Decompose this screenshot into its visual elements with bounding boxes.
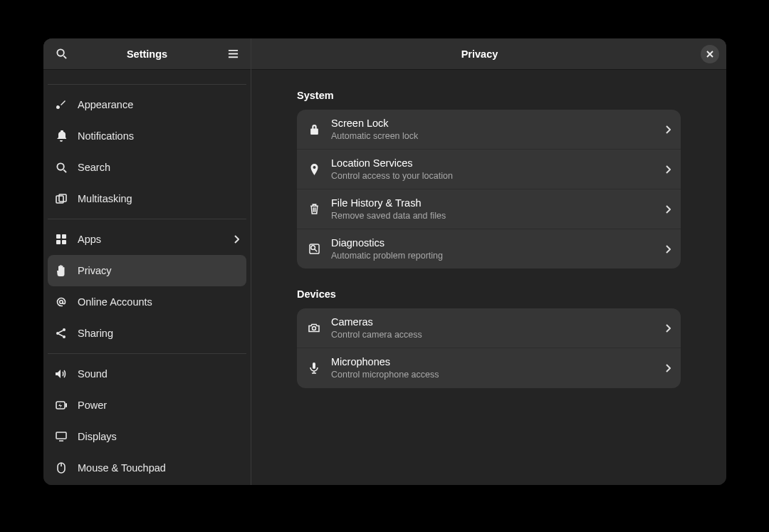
- trash-icon: [307, 202, 321, 217]
- apps-icon: [55, 233, 68, 246]
- svg-rect-12: [62, 240, 66, 244]
- sidebar-item-privacy[interactable]: Privacy: [48, 255, 246, 286]
- mouse-icon: [55, 461, 68, 474]
- row-title: File History & Trash: [331, 197, 655, 210]
- multitasking-icon: [55, 192, 68, 205]
- sidebar-item-label: Power: [78, 400, 239, 411]
- sidebar-item-sound[interactable]: Sound: [48, 358, 246, 390]
- sidebar-item-power[interactable]: Power: [48, 390, 246, 421]
- row-subtitle: Control access to your location: [331, 170, 655, 182]
- svg-line-6: [63, 169, 66, 172]
- sidebar-item-label: Online Accounts: [78, 296, 239, 308]
- row-text: File History & Trash Remove saved data a…: [331, 197, 655, 221]
- display-icon: [55, 430, 68, 443]
- row-title: Diagnostics: [331, 236, 655, 250]
- settings-window: Settings Bluetooth Appearance: [43, 38, 726, 485]
- sidebar-item-label: Sharing: [78, 328, 239, 339]
- chevron-right-icon: [665, 165, 671, 174]
- svg-point-0: [57, 49, 63, 56]
- sidebar-item-label: Privacy: [78, 265, 239, 276]
- close-icon: [706, 51, 713, 58]
- page-title: Privacy: [258, 48, 701, 60]
- system-list: Screen Lock Automatic screen lock Locati…: [297, 110, 681, 268]
- chevron-right-icon: [665, 125, 671, 134]
- sidebar-item-label: Search: [78, 162, 239, 173]
- row-title: Cameras: [331, 315, 655, 329]
- row-location-services[interactable]: Location Services Control access to your…: [297, 150, 681, 189]
- sidebar-separator: [48, 219, 246, 219]
- location-icon: [307, 162, 321, 177]
- sidebar-item-appearance[interactable]: Appearance: [48, 89, 246, 120]
- share-icon: [55, 327, 68, 340]
- row-file-history-trash[interactable]: File History & Trash Remove saved data a…: [297, 189, 681, 229]
- sidebar-item-bluetooth[interactable]: Bluetooth: [48, 70, 246, 80]
- sidebar-item-apps[interactable]: Apps: [48, 224, 246, 255]
- power-icon: [55, 399, 68, 412]
- row-subtitle: Automatic problem reporting: [331, 250, 655, 261]
- sidebar-item-label: Appearance: [78, 99, 239, 110]
- sidebar-item-search[interactable]: Search: [48, 152, 246, 183]
- diagnostics-icon: [307, 242, 321, 256]
- sidebar-item-online-accounts[interactable]: Online Accounts: [48, 286, 246, 318]
- search-icon: [55, 161, 68, 174]
- svg-rect-11: [56, 240, 61, 244]
- chevron-right-icon: [665, 205, 671, 214]
- main-header: Privacy: [251, 38, 726, 70]
- row-text: Diagnostics Automatic problem reporting: [331, 236, 655, 261]
- svg-point-27: [310, 246, 315, 250]
- sidebar-header: Settings: [43, 38, 251, 70]
- sidebar-body[interactable]: Bluetooth Appearance Notifications S: [43, 70, 251, 485]
- sidebar-item-displays[interactable]: Displays: [48, 421, 246, 452]
- svg-point-5: [57, 163, 63, 169]
- hand-privacy-icon: [55, 264, 68, 277]
- hamburger-icon: [228, 48, 239, 59]
- row-screen-lock[interactable]: Screen Lock Automatic screen lock: [297, 110, 681, 150]
- row-text: Location Services Control access to your…: [331, 157, 655, 182]
- menu-button[interactable]: [222, 43, 244, 65]
- bluetooth-icon: [55, 70, 68, 71]
- lock-icon: [307, 122, 321, 137]
- row-text: Microphones Control microphone access: [331, 355, 655, 380]
- chevron-right-icon: [665, 245, 671, 254]
- microphone-icon: [307, 361, 321, 375]
- row-title: Microphones: [331, 355, 655, 369]
- camera-icon: [307, 321, 321, 335]
- sidebar-item-mouse-touchpad[interactable]: Mouse & Touchpad: [48, 452, 246, 484]
- at-icon: [55, 296, 68, 308]
- row-subtitle: Remove saved data and files: [331, 210, 655, 221]
- row-diagnostics[interactable]: Diagnostics Automatic problem reporting: [297, 229, 681, 268]
- chevron-right-icon: [234, 235, 239, 244]
- search-icon: [56, 48, 67, 59]
- sidebar-item-label: Multitasking: [78, 193, 239, 204]
- chevron-right-icon: [665, 324, 671, 333]
- sidebar-separator: [48, 84, 246, 85]
- sidebar-item-sharing[interactable]: Sharing: [48, 318, 246, 349]
- row-subtitle: Control camera access: [331, 329, 655, 340]
- svg-point-29: [313, 327, 316, 330]
- close-button[interactable]: [701, 45, 719, 63]
- row-title: Screen Lock: [331, 117, 655, 130]
- sidebar-item-label: Displays: [78, 431, 239, 442]
- sidebar-item-label: Sound: [78, 368, 239, 380]
- svg-rect-9: [56, 234, 61, 239]
- sidebar-item-multitasking[interactable]: Multitasking: [48, 183, 246, 214]
- devices-list: Cameras Control camera access Microphone…: [297, 308, 681, 387]
- sidebar-item-label: Apps: [78, 234, 224, 245]
- speaker-icon: [55, 367, 68, 380]
- search-button[interactable]: [51, 43, 72, 65]
- sidebar-item-notifications[interactable]: Notifications: [48, 120, 246, 152]
- main-body: System Screen Lock Automatic screen lock: [251, 70, 726, 485]
- row-microphones[interactable]: Microphones Control microphone access: [297, 348, 681, 387]
- row-cameras[interactable]: Cameras Control camera access: [297, 308, 681, 348]
- section-title-system: System: [297, 90, 681, 101]
- svg-rect-10: [62, 234, 66, 239]
- sidebar-separator: [48, 353, 246, 354]
- sidebar-item-label: Notifications: [78, 130, 239, 142]
- row-subtitle: Automatic screen lock: [331, 130, 655, 142]
- row-title: Location Services: [331, 157, 655, 170]
- chevron-right-icon: [665, 364, 671, 372]
- row-text: Cameras Control camera access: [331, 315, 655, 340]
- sidebar-title: Settings: [72, 48, 222, 60]
- main-panel: Privacy System Screen Lock Automatic scr…: [251, 38, 726, 485]
- section-title-devices: Devices: [297, 288, 681, 300]
